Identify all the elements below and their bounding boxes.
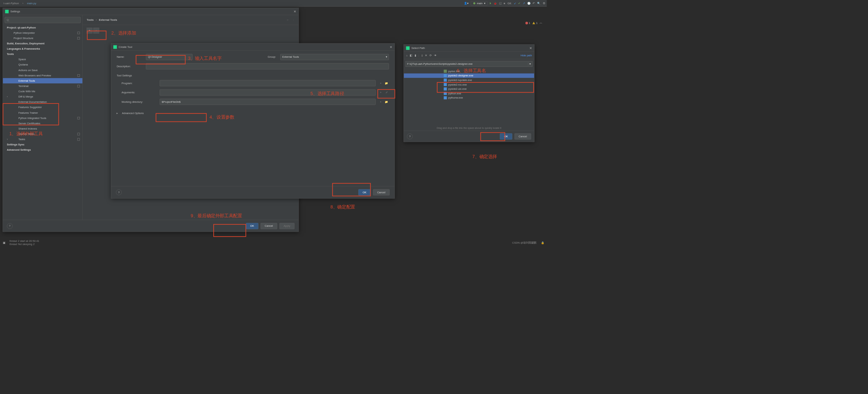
select-path-cancel-button[interactable]: Cancel <box>514 133 531 139</box>
debug-icon[interactable]: 🐞 <box>493 2 497 5</box>
settings-cancel-button[interactable]: Cancel <box>260 223 277 229</box>
tree-actions[interactable]: Actions on Save <box>3 68 82 73</box>
insert-macro-icon[interactable]: + <box>378 90 383 95</box>
settings-apply-button[interactable]: Apply <box>279 223 295 229</box>
user-icon[interactable]: 👤▾ <box>464 2 468 5</box>
file-tab[interactable]: main.py <box>25 1 38 6</box>
git-commit-icon[interactable]: ✔ <box>518 2 520 5</box>
crumb-tools[interactable]: Tools <box>87 18 94 21</box>
delete-icon[interactable]: ✕ <box>425 54 427 57</box>
select-path-footer: ? OK Cancel <box>404 131 534 142</box>
arguments-input[interactable] <box>160 89 376 96</box>
tree-startup[interactable]: Startup Tasks <box>3 131 82 137</box>
tree-adv[interactable]: Advanced Settings <box>3 147 82 152</box>
insert-macro-icon[interactable]: + <box>378 99 383 104</box>
file-item[interactable]: pyside2-lupdate.exe <box>404 78 534 82</box>
tree-interpreter[interactable]: Python Interpreter <box>3 30 82 36</box>
file-item[interactable]: python.exe <box>404 91 534 96</box>
tool-settings-header: Tool Settings <box>117 74 389 77</box>
tree-tasks[interactable]: ›Tasks <box>3 137 82 142</box>
lock-icon[interactable]: 🔒 <box>541 241 544 244</box>
ide-settings-icon[interactable]: ⚙ <box>543 2 545 5</box>
tree-qodana[interactable]: Qodana <box>3 62 82 67</box>
chevron-right-icon[interactable]: ▸ <box>117 112 118 115</box>
help-icon[interactable]: ? <box>407 133 413 139</box>
file-item[interactable]: pythonw.exe <box>404 96 534 100</box>
help-icon[interactable]: ? <box>116 189 121 195</box>
create-tool-cancel-button[interactable]: Cancel <box>373 189 389 195</box>
terminal-icon[interactable]: ▣ <box>3 241 5 244</box>
tree-featsugg[interactable]: Features Suggester <box>3 105 82 110</box>
tree-terminal[interactable]: Terminal <box>3 83 82 89</box>
select-path-titlebar: Select Path ✕ <box>404 45 534 52</box>
new-folder-icon[interactable]: ▮ <box>421 54 423 57</box>
tree-lang[interactable]: ›Languages & Frameworks <box>3 46 82 51</box>
file-item[interactable]: pyside2-uic.exe <box>404 87 534 91</box>
coverage-icon[interactable]: ◱ <box>499 2 502 5</box>
help-icon[interactable]: ? <box>7 223 13 229</box>
file-icon <box>444 92 447 95</box>
tree-servercert[interactable]: Server Certificates <box>3 121 82 126</box>
tree-external-tools[interactable]: External Tools <box>3 78 82 83</box>
run-icon[interactable] <box>490 2 491 4</box>
file-item[interactable]: pydoc.bat <box>404 69 534 74</box>
add-tool-button[interactable]: + <box>87 28 92 33</box>
tree-project[interactable]: Project: qt-uart-Python <box>3 25 82 30</box>
browse-icon[interactable]: 📁 <box>384 99 389 104</box>
wd-input[interactable] <box>160 99 376 105</box>
project-icon[interactable]: ▮ <box>415 54 416 57</box>
name-input[interactable] <box>146 54 193 60</box>
stop-icon[interactable]: ■ <box>504 2 505 5</box>
tree-web[interactable]: Web Browsers and Preview <box>3 73 82 78</box>
tree-build[interactable]: ›Build, Execution, Deployment <box>3 41 82 46</box>
git-rollback-icon[interactable]: ↶ <box>533 2 535 5</box>
browse-icon[interactable]: 📁 <box>384 81 389 86</box>
show-hidden-icon[interactable]: 👁 <box>434 54 437 57</box>
breadcrumb: Tools › External Tools ←→ <box>83 15 298 25</box>
desktop-icon[interactable]: ◧ <box>410 54 412 57</box>
desc-input[interactable] <box>146 63 389 70</box>
tree-diffmerge[interactable]: ›Diff & Merge <box>3 94 82 99</box>
watermark: CSDN @请叫我啸鹏 <box>512 241 536 245</box>
settings-ok-button[interactable]: OK <box>246 223 258 229</box>
tree-codewithme[interactable]: Code With Me <box>3 89 82 94</box>
expand-icon[interactable]: ︿ <box>540 21 542 25</box>
file-list: pydoc.batpyside2-designer.exepyside2-lup… <box>404 69 534 125</box>
path-input[interactable]: F:\QT\qt-uart-Python\venv\Scripts\pyside… <box>405 61 532 67</box>
close-icon[interactable]: ✕ <box>390 45 392 49</box>
tree-pyint[interactable]: Python Integrated Tools <box>3 115 82 121</box>
run-config-select[interactable]: ⬣main ▾ <box>471 1 488 6</box>
hide-path-link[interactable]: Hide path <box>521 54 532 57</box>
inspection-badges: 1 1 ︿ <box>525 21 542 25</box>
chevron-down-icon[interactable]: ▾ <box>528 62 531 65</box>
git-push-icon[interactable]: ↗ <box>523 2 525 5</box>
tree-sharedidx[interactable]: Shared Indexes <box>3 126 82 131</box>
nav-back-icon[interactable]: ← <box>287 18 289 21</box>
settings-search[interactable]: Q˯ <box>5 17 81 23</box>
file-item[interactable]: pyside2-designer.exe <box>404 74 534 78</box>
tree-structure[interactable]: Project Structure <box>3 36 82 41</box>
program-input[interactable] <box>160 80 376 86</box>
nav-fwd-icon[interactable]: → <box>292 18 295 21</box>
create-tool-ok-button[interactable]: OK <box>358 189 371 195</box>
git-update-icon[interactable]: ↙ <box>514 2 516 5</box>
tree-sync[interactable]: Settings Sync <box>3 142 82 147</box>
tree-extdoc[interactable]: External Documentation <box>3 99 82 105</box>
git-history-icon[interactable]: 🕑 <box>527 2 530 5</box>
expand-icon[interactable]: ⤢ <box>384 90 389 95</box>
tree-feattrain[interactable]: Features Trainer <box>3 110 82 115</box>
insert-macro-icon[interactable]: + <box>378 81 383 86</box>
settings-sidebar: Q˯ Project: qt-uart-Python Python Interp… <box>3 15 83 220</box>
select-path-ok-button[interactable]: OK <box>500 133 512 139</box>
refresh-icon[interactable]: ⟳ <box>429 54 432 57</box>
tree-tools[interactable]: ⌄Tools <box>3 51 82 57</box>
advanced-options[interactable]: Advanced Options <box>122 112 144 115</box>
home-icon[interactable]: ⌂ <box>406 54 408 57</box>
close-icon[interactable]: ✕ <box>529 46 532 50</box>
search-icon[interactable]: 🔍 <box>537 2 540 5</box>
close-icon[interactable]: ✕ <box>294 10 296 13</box>
file-item[interactable]: pyside2-rcc.exe <box>404 82 534 87</box>
tree-space[interactable]: Space <box>3 57 82 62</box>
group-select[interactable]: External Tools▾ <box>280 54 389 60</box>
remove-tool-button[interactable]: − <box>93 28 99 33</box>
